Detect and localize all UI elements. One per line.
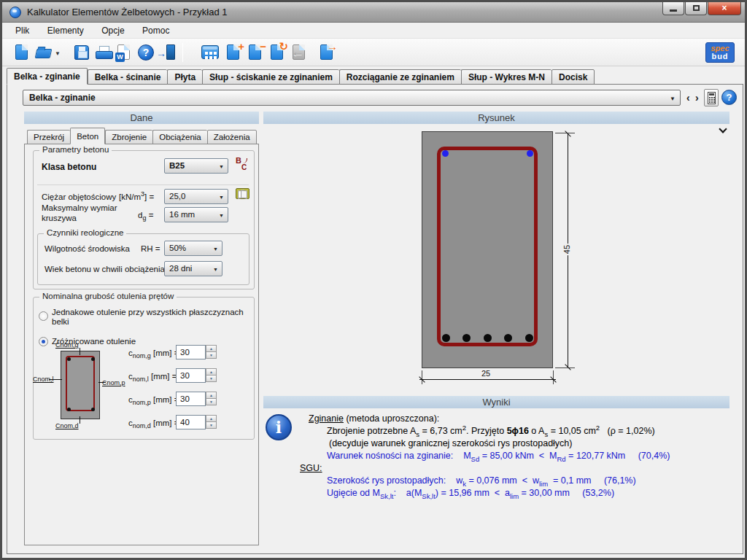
- stirrup-outline: [437, 147, 538, 346]
- kruszywo-label-1: Maksymalny wymiar: [42, 203, 117, 212]
- dtab-obciazenia[interactable]: Obciążenia: [152, 130, 207, 144]
- add-element-icon[interactable]: +: [224, 43, 243, 62]
- radio-jednakowe-label[interactable]: Jednakowe otulenie przy wszystkich płasz…: [52, 308, 250, 327]
- menu-opcje[interactable]: Opcje: [94, 23, 131, 38]
- dtab-zbrojenie[interactable]: Zbrojenie: [105, 130, 152, 144]
- kruszywo-label-2: kruszywa: [42, 214, 77, 222]
- rysunek-panel-header: Rysunek: [263, 112, 729, 124]
- ciezar-select[interactable]: 25,0▼: [164, 189, 228, 204]
- menubar: Plik Elementy Opcje Pomoc: [2, 23, 745, 39]
- ciezar-label: Ciężar objętościowy: [42, 192, 116, 201]
- rh-select[interactable]: 50%▼: [164, 241, 222, 256]
- tab-slup-sciskanie[interactable]: Słup - ściskanie ze zginaniem: [202, 69, 339, 85]
- bottom-rebar: [525, 334, 533, 342]
- tab-rozciaganie[interactable]: Rozciąganie ze zginaniem: [339, 69, 461, 85]
- cnomp-field-label: cnom,p [mm] =: [128, 395, 179, 404]
- kruszywo-select[interactable]: 16 mm▼: [164, 207, 228, 222]
- rh-label: Wilgotność środowiska: [44, 244, 130, 253]
- result-line: Szerokość rys prostopadłych: wk = 0,076 …: [298, 475, 735, 487]
- cnomp-input[interactable]: 30: [176, 392, 206, 406]
- cnoml-input[interactable]: 30: [176, 368, 206, 383]
- tab-plyta[interactable]: Płyta: [167, 69, 202, 85]
- new-document-icon[interactable]: [12, 43, 31, 62]
- result-line: Ugięcie od MSk,lt: a(MSk,lt) = 15,96 mm …: [298, 487, 735, 499]
- rh-sym: RH =: [141, 244, 160, 253]
- cnomd-label: Cnom,d: [55, 422, 79, 429]
- app-icon: [9, 7, 21, 18]
- dtab-beton[interactable]: Beton: [70, 128, 105, 144]
- result-line: Zbrojenie potrzebne As = 6,73 cm2. Przyj…: [298, 425, 735, 438]
- cnomp-spinner[interactable]: ▲▼: [206, 392, 217, 406]
- minimize-button[interactable]: [662, 2, 684, 15]
- mini-cross-section: [61, 351, 100, 419]
- bottom-rebar: [442, 334, 450, 342]
- ciezar-unit: [kN/m3] =: [119, 192, 154, 201]
- drawing-chevron-down-icon[interactable]: [720, 126, 726, 132]
- otulenie-label: Nominalna grubość otulenia prętów: [39, 292, 177, 300]
- section-help-icon[interactable]: ?: [721, 90, 737, 105]
- menu-elementy[interactable]: Elementy: [40, 23, 91, 38]
- cnoml-field-label: cnom,l [mm] =: [128, 372, 177, 381]
- cnomd-field-label: cnom,d [mm] =: [128, 419, 179, 427]
- tab-docisk[interactable]: Docisk: [551, 69, 595, 85]
- cnomg-label: Cnom,g: [55, 341, 79, 349]
- cnoml-spinner[interactable]: ▲▼: [206, 368, 217, 383]
- width-dimension-line: [419, 379, 556, 380]
- info-icon: i: [266, 414, 292, 440]
- prev-section-button[interactable]: ‹: [686, 92, 690, 104]
- klasa-betonu-label: Klasa betonu: [42, 162, 96, 172]
- wiek-label: Wiek betonu w chwili obciążenia: [44, 265, 165, 273]
- dane-panel-header: Dane: [24, 112, 259, 124]
- cnomg-field-label: cnom,g [mm] =: [128, 349, 179, 357]
- export-word-icon[interactable]: W: [115, 43, 133, 62]
- top-rebar: [527, 150, 533, 157]
- reload-element-icon[interactable]: ↻: [268, 43, 287, 62]
- dtab-zalozenia[interactable]: Założenia: [207, 130, 257, 144]
- radio-jednakowe[interactable]: [39, 311, 48, 321]
- save-icon[interactable]: [72, 43, 91, 62]
- window-title: Kalkulator Elementów Żelbetowych - Przyk…: [27, 7, 228, 18]
- radio-zroznicowane[interactable]: [39, 337, 48, 346]
- main-tab-bar: Belka - zginanieBelka - ścinaniePłytaSłu…: [7, 68, 595, 85]
- help-icon[interactable]: ?: [136, 43, 155, 62]
- elements-grid-icon[interactable]: [201, 43, 220, 62]
- next-section-button[interactable]: ›: [695, 92, 699, 104]
- close-button[interactable]: ×: [708, 2, 741, 15]
- czynniki-label: Czynniki reologiczne: [44, 228, 126, 237]
- dtab-przekroj[interactable]: Przekrój: [27, 130, 70, 144]
- toolbar: ▼ W ? → + − ↻ ← → spec bud: [2, 39, 745, 66]
- beam-cross-section: [422, 131, 553, 368]
- cnomg-input[interactable]: 30: [176, 345, 206, 359]
- export-element-icon[interactable]: →: [317, 43, 336, 62]
- wyniki-lines: Zginanie (metoda uproszczona):Zbrojenie …: [298, 413, 735, 499]
- klasa-betonu-select[interactable]: B25▼: [164, 158, 228, 174]
- calculator-button[interactable]: [704, 89, 719, 106]
- height-dimension-label: 45: [562, 244, 571, 255]
- open-file-icon[interactable]: [34, 43, 53, 62]
- cnomd-spinner[interactable]: ▲▼: [206, 415, 217, 429]
- open-dropdown-arrow-icon[interactable]: ▼: [55, 50, 61, 57]
- cnomd-input[interactable]: 40: [176, 415, 206, 429]
- section-selector-value: Belka - zginanie: [29, 93, 96, 103]
- titlebar: Kalkulator Elementów Żelbetowych - Przyk…: [2, 2, 745, 23]
- cnomg-spinner[interactable]: ▲▼: [206, 345, 217, 359]
- tab-slup-wykres[interactable]: Słup - Wykres M-N: [461, 69, 551, 85]
- remove-element-icon[interactable]: −: [246, 43, 265, 62]
- parametry-betonu-label: Parametry betonu: [39, 145, 112, 154]
- convert-b-to-c-icon[interactable]: B C: [236, 157, 249, 173]
- menu-pomoc[interactable]: Pomoc: [135, 23, 177, 38]
- exit-icon[interactable]: →: [157, 43, 176, 62]
- undo-icon[interactable]: ←: [290, 43, 309, 62]
- specbud-logo: spec bud: [705, 42, 735, 63]
- maximize-button[interactable]: [685, 2, 707, 15]
- width-dimension-label: 25: [480, 369, 492, 378]
- section-selector[interactable]: Belka - zginanie ▼: [23, 90, 681, 106]
- tab-belka-scinanie[interactable]: Belka - ścinanie: [88, 69, 168, 85]
- wiek-select[interactable]: 28 dni▼: [164, 261, 222, 276]
- tab-belka-zginanie[interactable]: Belka - zginanie: [7, 68, 88, 85]
- print-icon[interactable]: [94, 43, 113, 62]
- divider: [37, 184, 249, 185]
- menu-plik[interactable]: Plik: [8, 23, 36, 38]
- reference-book-icon[interactable]: [236, 188, 249, 199]
- dane-tab-bar: PrzekrójBetonZbrojenieObciążeniaZałożeni…: [27, 128, 257, 144]
